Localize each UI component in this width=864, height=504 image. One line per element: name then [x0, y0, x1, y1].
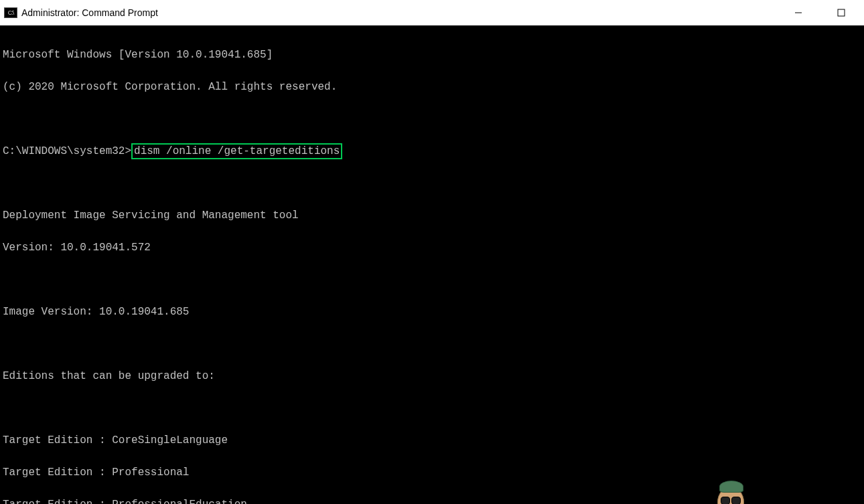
window-title: Administrator: Command Prompt: [21, 7, 158, 18]
prompt-path: C:\WINDOWS\system32>: [3, 145, 131, 157]
titlebar-left: C:\ Administrator: Command Prompt: [4, 7, 158, 18]
mascot-icon: [717, 454, 747, 491]
window-controls: [786, 3, 860, 23]
svg-rect-1: [838, 9, 845, 16]
window-titlebar: C:\ Administrator: Command Prompt: [0, 0, 864, 25]
tool-name: Deployment Image Servicing and Managemen…: [3, 207, 861, 224]
os-version-line: Microsoft Windows [Version 10.0.19041.68…: [3, 47, 861, 63]
highlighted-command: dism /online /get-targeteditions: [131, 143, 342, 159]
target-edition: Target Edition : CoreSingleLanguage: [3, 432, 861, 448]
cmd-icon: C:\: [4, 7, 17, 18]
image-version: Image Version: 10.0.19041.685: [3, 304, 861, 320]
copyright-line: (c) 2020 Microsoft Corporation. All righ…: [3, 79, 861, 95]
maximize-button[interactable]: [829, 3, 853, 23]
editions-header: Editions that can be upgraded to:: [3, 368, 861, 384]
tool-version: Version: 10.0.19041.572: [3, 240, 861, 256]
minimize-button[interactable]: [786, 3, 810, 23]
terminal-output[interactable]: Microsoft Windows [Version 10.0.19041.68…: [0, 25, 864, 504]
